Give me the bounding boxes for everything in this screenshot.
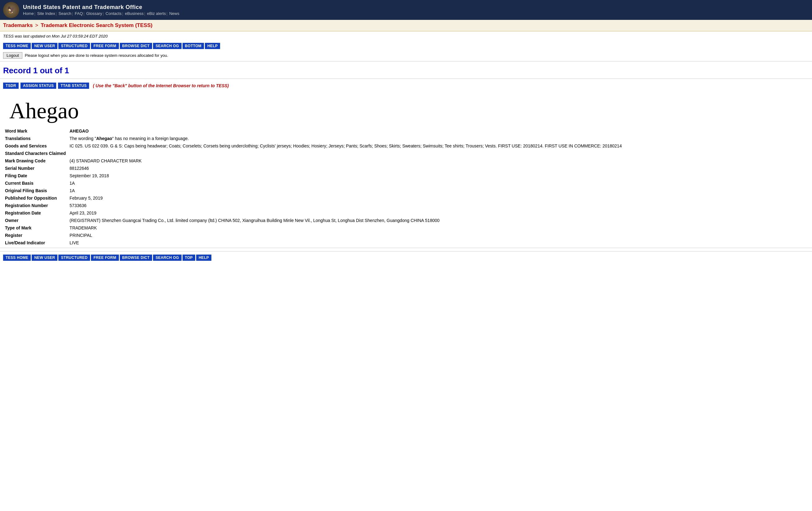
detail-value: IC 025. US 022 039. G & S: Caps being he… (68, 142, 809, 150)
header-nav: Home| Site Index| Search| FAQ| Glossary|… (23, 11, 179, 16)
detail-value: AHEGAO (68, 127, 809, 135)
details-section: Word MarkAHEGAOTranslationsThe wording "… (0, 127, 812, 247)
nav-ebusiness[interactable]: eBusiness (125, 11, 143, 16)
bottom-new-user-button[interactable]: NEW USER (32, 255, 57, 261)
action-toolbar: TSDR ASSIGN Status TTAB Status ( Use the… (0, 80, 812, 91)
table-row: TranslationsThe wording "Ahegao" has no … (3, 135, 809, 142)
detail-label: Standard Characters Claimed (3, 150, 68, 157)
tsdr-button[interactable]: TSDR (3, 83, 19, 89)
breadcrumb-separator: > (35, 22, 38, 28)
bottom-structured-button[interactable]: STRUCTURED (58, 255, 90, 261)
detail-label: Filing Date (3, 172, 68, 179)
detail-value: LIVE (68, 239, 809, 247)
breadcrumb: Trademarks > Trademark Electronic Search… (0, 20, 812, 31)
table-row: Standard Characters Claimed (3, 150, 809, 157)
table-row: Owner(REGISTRANT) Shenzhen Guangcai Trad… (3, 217, 809, 224)
divider-2 (0, 79, 812, 79)
ttab-status-button[interactable]: TTAB Status (58, 83, 89, 89)
new-user-button[interactable]: NEW USER (32, 43, 57, 49)
detail-label: Type of Mark (3, 224, 68, 232)
top-toolbar: TESS HOME NEW USER STRUCTURED FREE FORM … (0, 41, 812, 51)
detail-value: PRINCIPAL (68, 232, 809, 239)
assign-status-button[interactable]: ASSIGN Status (21, 83, 56, 89)
detail-label: Original Filing Basis (3, 187, 68, 194)
table-row: Live/Dead IndicatorLIVE (3, 239, 809, 247)
nav-news[interactable]: News (169, 11, 179, 16)
detail-value: 5733636 (68, 202, 809, 209)
breadcrumb-tess[interactable]: Trademark Electronic Search System (TESS… (41, 22, 152, 28)
detail-value: The wording "Ahegao" has no meaning in a… (68, 135, 809, 142)
nav-home[interactable]: Home (23, 11, 34, 16)
detail-label: Published for Opposition (3, 194, 68, 202)
table-row: Registration Number5733636 (3, 202, 809, 209)
nav-glossary[interactable]: Glossary (86, 11, 102, 16)
detail-value: February 5, 2019 (68, 194, 809, 202)
table-row: Registration DateApril 23, 2019 (3, 209, 809, 217)
logout-message: Please logout when you are done to relea… (25, 53, 168, 58)
details-table: Word MarkAHEGAOTranslationsThe wording "… (3, 127, 809, 247)
detail-label: Owner (3, 217, 68, 224)
divider-1 (0, 61, 812, 61)
detail-label: Live/Dead Indicator (3, 239, 68, 247)
bottom-free-form-button[interactable]: FREE FORM (91, 255, 119, 261)
structured-button[interactable]: STRUCTURED (58, 43, 90, 49)
nav-site-index[interactable]: Site Index (37, 11, 55, 16)
search-og-button[interactable]: SEARCH OG (153, 43, 181, 49)
detail-value: TRADEMARK (68, 224, 809, 232)
logout-row: Logout Please logout when you are done t… (0, 51, 812, 60)
detail-label: Translations (3, 135, 68, 142)
update-notice: TESS was last updated on Mon Jul 27 03:5… (0, 31, 812, 41)
detail-value: (REGISTRANT) Shenzhen Guangcai Trading C… (68, 217, 809, 224)
table-row: Type of MarkTRADEMARK (3, 224, 809, 232)
top-button[interactable]: TOP (182, 255, 195, 261)
help-button[interactable]: HELP (205, 43, 220, 49)
bottom-help-button[interactable]: HELP (196, 255, 211, 261)
header-right: United States Patent and Trademark Offic… (23, 4, 179, 16)
detail-value: 88122646 (68, 165, 809, 172)
free-form-button[interactable]: FREE FORM (91, 43, 119, 49)
detail-value: April 23, 2019 (68, 209, 809, 217)
detail-value: (4) STANDARD CHARACTER MARK (68, 157, 809, 165)
nav-ebiz-alerts[interactable]: eBiz alerts (147, 11, 166, 16)
table-row: Mark Drawing Code(4) STANDARD CHARACTER … (3, 157, 809, 165)
bottom-tess-home-button[interactable]: TESS HOME (3, 255, 31, 261)
site-header: 🦅 United States Patent and Trademark Off… (0, 0, 812, 20)
detail-value: 1A (68, 187, 809, 194)
table-row: Word MarkAHEGAO (3, 127, 809, 135)
detail-label: Goods and Services (3, 142, 68, 150)
bottom-button[interactable]: BOTTOM (182, 43, 204, 49)
detail-value: 1A (68, 179, 809, 187)
record-heading: Record 1 out of 1 (0, 63, 812, 77)
bottom-search-og-button[interactable]: SEARCH OG (153, 255, 181, 261)
eagle-icon: 🦅 (7, 6, 16, 14)
detail-label: Serial Number (3, 165, 68, 172)
divider-3 (0, 248, 812, 248)
detail-label: Current Basis (3, 179, 68, 187)
back-notice: ( Use the "Back" button of the Internet … (93, 83, 229, 88)
detail-label: Registration Date (3, 209, 68, 217)
bottom-browse-dict-button[interactable]: BROWSE DICT (120, 255, 152, 261)
tess-home-button[interactable]: TESS HOME (3, 43, 31, 49)
detail-value (68, 150, 809, 157)
table-row: Published for OppositionFebruary 5, 2019 (3, 194, 809, 202)
table-row: Serial Number88122646 (3, 165, 809, 172)
table-row: Filing DateSeptember 19, 2018 (3, 172, 809, 179)
detail-label: Register (3, 232, 68, 239)
detail-label: Mark Drawing Code (3, 157, 68, 165)
logout-button[interactable]: Logout (3, 52, 22, 59)
detail-value: September 19, 2018 (68, 172, 809, 179)
agency-logo: 🦅 (3, 2, 19, 18)
nav-faq[interactable]: FAQ (75, 11, 83, 16)
bottom-toolbar: TESS HOME NEW USER STRUCTURED FREE FORM … (0, 251, 812, 264)
nav-contacts[interactable]: Contacts (106, 11, 121, 16)
table-row: Original Filing Basis1A (3, 187, 809, 194)
browse-dict-button[interactable]: BROWSE DICT (120, 43, 152, 49)
detail-label: Word Mark (3, 127, 68, 135)
nav-search[interactable]: Search (59, 11, 71, 16)
agency-title: United States Patent and Trademark Offic… (23, 4, 179, 10)
table-row: RegisterPRINCIPAL (3, 232, 809, 239)
table-row: Goods and ServicesIC 025. US 022 039. G … (3, 142, 809, 150)
detail-label: Registration Number (3, 202, 68, 209)
mark-display-text: Ahegao (9, 97, 803, 124)
breadcrumb-trademarks[interactable]: Trademarks (3, 22, 33, 28)
